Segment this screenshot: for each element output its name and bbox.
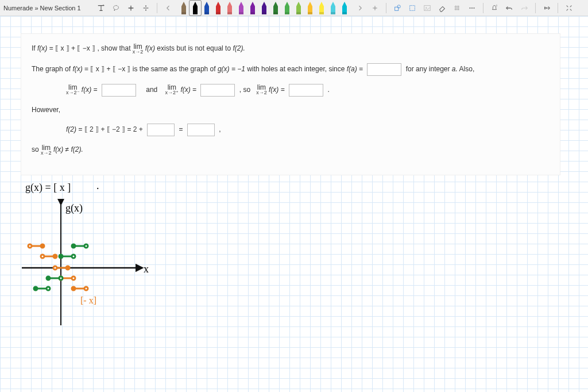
svg-rect-15 <box>308 12 312 14</box>
text: f(2). <box>233 44 245 52</box>
redo-icon[interactable] <box>518 2 531 14</box>
grid-snap-icon[interactable] <box>451 2 463 14</box>
svg-rect-6 <box>204 12 209 14</box>
hw-dot: · <box>96 183 99 195</box>
pen-color[interactable] <box>178 1 189 16</box>
pen-color[interactable] <box>235 1 247 16</box>
handwritten-work: g(x) = [ x ] · g(x) x <box>16 182 188 343</box>
text-tool-icon[interactable] <box>95 2 107 14</box>
problem-line-2: The graph of f(x) = x + −x is the same a… <box>32 63 550 76</box>
svg-point-53 <box>59 276 63 280</box>
undo-icon[interactable] <box>503 2 516 14</box>
canvas[interactable]: If f(x) = x + −x , show that lim x→2 f(x… <box>0 16 588 392</box>
hw-gx: g(x) = [ x ] <box>25 182 71 194</box>
svg-point-47 <box>84 244 88 248</box>
add-page-icon[interactable] <box>125 2 137 14</box>
eraser-icon[interactable] <box>436 2 448 14</box>
text: for any integer <box>406 65 450 73</box>
text: f(2) = <box>66 125 82 133</box>
limit-expression: lim x→2 <box>133 43 144 55</box>
svg-point-50 <box>72 255 75 258</box>
pen-color[interactable] <box>327 1 339 16</box>
problem-line-6: so lim x→2 f(x) ≠ f(2). <box>32 144 550 156</box>
pen-palette <box>178 1 350 16</box>
shape-tool-icon[interactable] <box>391 2 404 14</box>
answer-blank-1[interactable] <box>367 63 401 76</box>
text: f(x) = <box>180 86 196 94</box>
answer-blank-2[interactable] <box>102 84 136 97</box>
lasso-tool-icon[interactable] <box>110 2 122 14</box>
pen-color[interactable] <box>224 1 235 16</box>
svg-point-55 <box>34 287 37 290</box>
add-pen-icon[interactable] <box>369 2 381 14</box>
floor-bracket: −2 <box>107 125 125 133</box>
svg-point-0 <box>113 5 118 9</box>
hw-xaxis-label: x <box>144 263 149 275</box>
lim-sub: x→2 <box>133 49 144 55</box>
text: . <box>327 86 329 94</box>
floor-bracket: −x <box>77 44 95 52</box>
share-icon[interactable] <box>540 2 553 14</box>
hw-negx-label: [- x] <box>80 295 96 305</box>
text: = <box>49 44 53 52</box>
pen-color[interactable] <box>270 1 281 16</box>
hw-yaxis-label: g(x) <box>65 202 83 214</box>
text: a. <box>452 65 458 73</box>
svg-point-1 <box>114 9 115 10</box>
text: , show that <box>97 44 130 52</box>
pen-color[interactable] <box>281 1 293 16</box>
svg-rect-10 <box>250 12 255 14</box>
floor-bracket: 2 <box>84 125 99 133</box>
breadcrumb[interactable]: Numerade » New Section 1 <box>3 5 81 11</box>
floor-bracket: x <box>55 44 69 52</box>
svg-point-25 <box>471 7 472 8</box>
text: f(x) ≠ f(2). <box>53 145 83 153</box>
svg-rect-8 <box>227 12 232 14</box>
pen-color[interactable] <box>212 1 224 16</box>
text: The graph of <box>32 65 71 73</box>
more-icon[interactable] <box>466 2 478 14</box>
svg-rect-12 <box>273 12 278 14</box>
svg-point-52 <box>47 276 50 280</box>
pen-color[interactable] <box>201 1 212 16</box>
text: and <box>146 86 157 94</box>
pen-color[interactable] <box>258 1 270 16</box>
svg-text:1: 1 <box>496 4 497 7</box>
pen-color[interactable] <box>247 1 258 16</box>
answer-blank-5[interactable] <box>147 124 175 136</box>
problem-line-5: f(2) = 2 + −2 = 2 + = , <box>32 124 550 136</box>
lim-sub: x→2 <box>256 90 267 96</box>
image-tool-icon[interactable] <box>421 2 434 14</box>
pen-color[interactable] <box>293 1 304 16</box>
svg-rect-14 <box>296 12 301 14</box>
svg-point-24 <box>469 7 470 8</box>
collapse-icon[interactable] <box>563 2 575 14</box>
answer-blank-6[interactable] <box>187 124 215 136</box>
crop-tool-icon[interactable] <box>406 2 419 14</box>
toolbar: Numerade » New Section 1 <box>0 0 588 16</box>
text: f(x) = <box>82 86 98 94</box>
chevron-right-icon[interactable] <box>354 2 366 14</box>
svg-rect-9 <box>239 12 243 14</box>
svg-rect-4 <box>181 12 186 14</box>
svg-point-44 <box>84 287 88 290</box>
limit-expression: lim x→2⁻ <box>66 84 80 96</box>
pen-color[interactable] <box>189 1 201 16</box>
answer-blank-4[interactable] <box>289 84 323 97</box>
svg-rect-21 <box>409 5 415 10</box>
text: f(x) <box>37 44 47 52</box>
bell-icon[interactable]: 1 <box>488 2 501 14</box>
breadcrumb-site: Numerade <box>3 5 33 11</box>
chevron-left-icon[interactable] <box>162 2 175 14</box>
svg-point-43 <box>72 287 75 290</box>
svg-rect-16 <box>319 12 324 14</box>
pen-color[interactable] <box>339 1 350 16</box>
text: = 2 + <box>127 125 142 133</box>
pen-color[interactable] <box>304 1 316 16</box>
separator <box>535 3 536 13</box>
divide-icon[interactable] <box>140 2 152 14</box>
answer-blank-3[interactable] <box>200 84 235 97</box>
limit-expression: lim x→2 <box>256 84 267 96</box>
svg-rect-18 <box>342 12 347 14</box>
pen-color[interactable] <box>316 1 327 16</box>
